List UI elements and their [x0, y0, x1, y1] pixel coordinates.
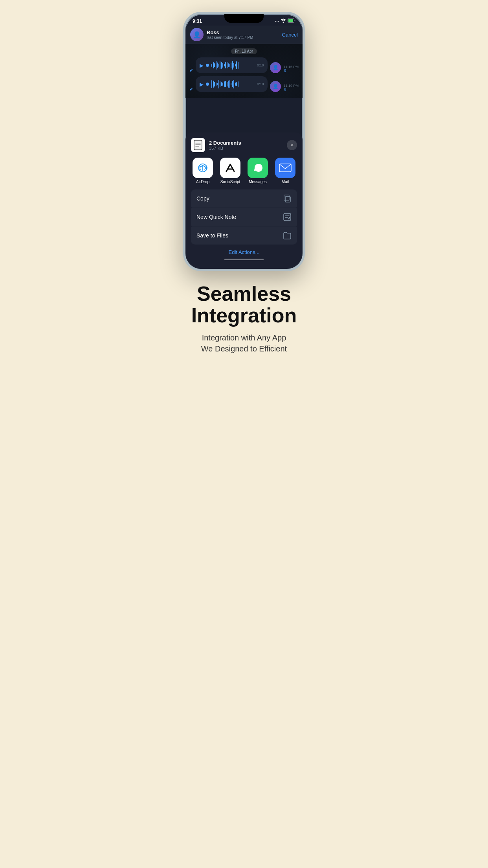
svg-rect-2 [288, 19, 293, 22]
message-row: ✔ ▶ 0:10 [189, 57, 299, 73]
save-files-icon [283, 231, 292, 240]
sonix-icon[interactable] [220, 158, 240, 178]
phone-shell: 9:31 ··· [183, 12, 305, 271]
share-size: 357 KB [209, 146, 287, 151]
app-item-airdrop[interactable]: AirDrop [191, 158, 215, 184]
headline-line1: Seamless [197, 282, 291, 305]
voice-meta-1: 0:10 [257, 63, 264, 67]
mic-icon-2: 🎙 [283, 88, 299, 92]
close-button[interactable]: × [287, 140, 297, 150]
chat-info: Boss last seen today at 7:17 PM [207, 29, 282, 40]
svg-rect-9 [284, 213, 291, 221]
app-item-mail[interactable]: Mail [273, 158, 297, 184]
quick-note-label: New Quick Note [196, 214, 236, 220]
message-row-2: ✔ ▶ 0:18 [189, 76, 299, 92]
home-indicator [191, 256, 297, 263]
svg-rect-5 [223, 161, 237, 175]
bottom-section: Seamless Integration Integration with An… [180, 271, 309, 354]
voice-meta-2: 0:18 [257, 82, 264, 86]
share-sheet: 2 Documents 357 KB × [185, 132, 303, 269]
subline2: We Designed to Efficient [201, 344, 287, 353]
mail-label: Mail [282, 180, 289, 184]
wifi-icon [281, 18, 286, 24]
sonix-label: SonixScript [220, 180, 240, 184]
waveform-2 [211, 79, 255, 89]
contact-avatar: 👤 [190, 28, 204, 41]
svg-rect-3 [194, 140, 202, 150]
svg-point-0 [283, 22, 284, 23]
airdrop-label: AirDrop [196, 180, 209, 184]
sender-avatar-1: 👤 [270, 62, 281, 73]
contact-name: Boss [207, 29, 282, 35]
progress-dot-1 [206, 64, 209, 67]
message-time-2: 11:19 PM 🎙 [283, 84, 299, 92]
progress-dot-2 [206, 83, 209, 86]
svg-rect-8 [284, 195, 289, 200]
messages-label: Messages [249, 180, 267, 184]
play-button-2[interactable]: ▶ [200, 81, 204, 87]
copy-action[interactable]: Copy [191, 189, 297, 208]
waveform-1 [211, 61, 255, 70]
action-list: Copy New Quick Note [191, 189, 297, 245]
battery-icon [288, 18, 295, 24]
voice-bubble-1[interactable]: ▶ 0:10 [196, 57, 268, 73]
date-badge: Fri, 19 Apr [189, 47, 299, 54]
share-title-text: 2 Documents [209, 140, 287, 146]
chat-header: 👤 Boss last seen today at 7:17 PM Cancel [185, 26, 303, 44]
headline: Seamless Integration [191, 283, 297, 326]
play-button-1[interactable]: ▶ [200, 63, 204, 68]
message-time-1: 11:16 PM 🎙 [283, 65, 299, 73]
home-bar [224, 259, 264, 260]
apps-row: AirDrop SonixScript [191, 158, 297, 184]
mail-icon[interactable] [275, 158, 295, 178]
messages-icon[interactable] [248, 158, 268, 178]
sender-avatar-2: 👤 [270, 81, 281, 92]
dots-icon: ··· [275, 18, 279, 24]
copy-icon [283, 194, 292, 203]
share-sheet-header: 2 Documents 357 KB × [191, 138, 297, 152]
share-title: 2 Documents 357 KB [209, 140, 287, 151]
page-wrapper: 9:31 ··· [163, 0, 325, 370]
cancel-button[interactable]: Cancel [282, 32, 298, 38]
app-item-messages[interactable]: Messages [246, 158, 270, 184]
subheadline: Integration with Any App We Designed to … [191, 332, 297, 354]
chat-area: Fri, 19 Apr ✔ ▶ [185, 44, 303, 98]
svg-rect-7 [285, 197, 290, 202]
mic-icon-1: 🎙 [283, 69, 299, 73]
check-icon-1: ✔ [189, 68, 193, 73]
quick-note-icon [283, 213, 292, 221]
quick-note-action[interactable]: New Quick Note [191, 208, 297, 226]
status-icons: ··· [275, 18, 295, 24]
save-files-label: Save to Files [196, 232, 228, 239]
notch [224, 14, 264, 23]
voice-bubble-2[interactable]: ▶ 0:18 [196, 76, 268, 92]
headline-line2: Integration [191, 304, 297, 327]
copy-label: Copy [196, 195, 209, 202]
status-time: 9:31 [193, 18, 202, 24]
airdrop-icon[interactable] [193, 158, 213, 178]
check-icon-2: ✔ [189, 86, 193, 92]
app-item-sonix[interactable]: SonixScript [218, 158, 242, 184]
edit-actions-label[interactable]: Edit Actions... [229, 249, 260, 255]
doc-icon [191, 138, 205, 152]
subline1: Integration with Any App [202, 333, 286, 342]
save-files-action[interactable]: Save to Files [191, 226, 297, 245]
contact-status: last seen today at 7:17 PM [207, 35, 282, 40]
edit-actions[interactable]: Edit Actions... [191, 248, 297, 256]
